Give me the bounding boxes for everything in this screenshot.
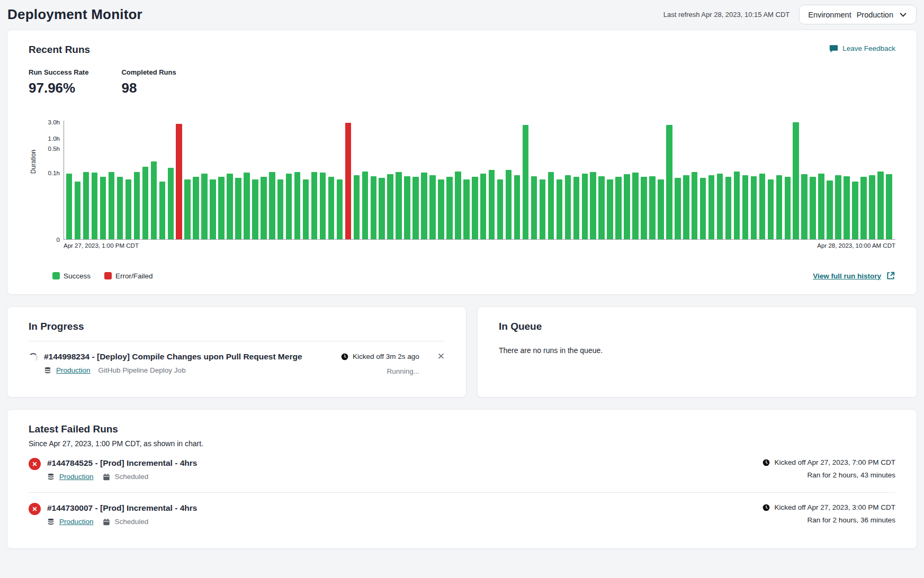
- success-run-bar[interactable]: [700, 178, 706, 239]
- success-run-bar[interactable]: [598, 176, 604, 239]
- success-run-bar[interactable]: [151, 161, 157, 239]
- success-run-bar[interactable]: [531, 176, 537, 239]
- success-run-bar[interactable]: [252, 179, 258, 240]
- success-run-bar[interactable]: [362, 171, 368, 239]
- success-run-bar[interactable]: [869, 175, 875, 239]
- success-run-bar[interactable]: [261, 177, 266, 239]
- success-run-bar[interactable]: [658, 179, 663, 240]
- success-run-bar[interactable]: [852, 182, 858, 239]
- success-run-bar[interactable]: [320, 173, 326, 239]
- success-run-bar[interactable]: [269, 172, 275, 239]
- success-run-bar[interactable]: [286, 174, 292, 239]
- success-run-bar[interactable]: [675, 178, 680, 239]
- success-run-bar[interactable]: [725, 177, 731, 239]
- success-run-bar[interactable]: [734, 171, 740, 239]
- success-run-bar[interactable]: [877, 171, 883, 239]
- success-run-bar[interactable]: [844, 176, 849, 239]
- success-run-bar[interactable]: [455, 171, 461, 239]
- success-run-bar[interactable]: [446, 177, 452, 239]
- success-run-bar[interactable]: [768, 179, 774, 240]
- success-run-bar[interactable]: [818, 174, 824, 239]
- success-run-bar[interactable]: [582, 174, 588, 239]
- success-run-bar[interactable]: [523, 125, 528, 239]
- success-run-bar[interactable]: [506, 170, 512, 239]
- run-duration-plot[interactable]: [64, 121, 895, 240]
- success-run-bar[interactable]: [607, 179, 613, 240]
- success-run-bar[interactable]: [827, 180, 832, 239]
- success-run-bar[interactable]: [387, 174, 393, 239]
- success-run-bar[interactable]: [193, 177, 199, 239]
- success-run-bar[interactable]: [632, 173, 638, 239]
- success-run-bar[interactable]: [860, 177, 866, 239]
- success-run-bar[interactable]: [371, 176, 376, 239]
- success-run-bar[interactable]: [109, 172, 114, 239]
- environment-tag-link[interactable]: Production: [59, 473, 94, 481]
- success-run-bar[interactable]: [168, 168, 174, 239]
- success-run-bar[interactable]: [117, 177, 123, 239]
- success-run-bar[interactable]: [548, 172, 554, 239]
- success-run-bar[interactable]: [379, 178, 384, 239]
- success-run-bar[interactable]: [184, 179, 190, 240]
- success-run-bar[interactable]: [201, 174, 207, 239]
- success-run-bar[interactable]: [438, 179, 444, 240]
- success-run-bar[interactable]: [590, 172, 596, 239]
- success-run-bar[interactable]: [683, 175, 689, 239]
- success-run-bar[interactable]: [354, 175, 360, 239]
- success-run-bar[interactable]: [565, 175, 571, 239]
- environment-tag-link[interactable]: Production: [59, 518, 94, 526]
- success-run-bar[interactable]: [717, 174, 723, 239]
- failed-run-bar[interactable]: [176, 124, 182, 239]
- environment-tag-link[interactable]: Production: [56, 366, 91, 374]
- success-run-bar[interactable]: [159, 182, 165, 239]
- success-run-bar[interactable]: [785, 177, 791, 239]
- success-run-bar[interactable]: [615, 177, 621, 239]
- success-run-bar[interactable]: [244, 173, 249, 239]
- success-run-bar[interactable]: [692, 172, 697, 239]
- success-run-bar[interactable]: [497, 179, 503, 240]
- success-run-bar[interactable]: [328, 177, 334, 239]
- success-run-bar[interactable]: [218, 177, 224, 239]
- success-run-bar[interactable]: [708, 175, 714, 239]
- failed-run-bar[interactable]: [345, 123, 351, 239]
- success-run-bar[interactable]: [412, 177, 418, 239]
- success-run-bar[interactable]: [66, 174, 72, 239]
- success-run-bar[interactable]: [227, 174, 232, 239]
- success-run-bar[interactable]: [801, 174, 807, 239]
- success-run-bar[interactable]: [573, 177, 579, 239]
- success-run-bar[interactable]: [540, 179, 545, 240]
- success-run-bar[interactable]: [396, 172, 401, 239]
- success-run-bar[interactable]: [100, 177, 106, 239]
- success-run-bar[interactable]: [489, 170, 495, 239]
- success-run-bar[interactable]: [835, 175, 841, 239]
- success-run-bar[interactable]: [134, 172, 140, 239]
- success-run-bar[interactable]: [649, 176, 655, 239]
- success-run-bar[interactable]: [666, 125, 672, 239]
- success-run-bar[interactable]: [751, 176, 757, 239]
- success-run-bar[interactable]: [557, 179, 562, 240]
- success-run-bar[interactable]: [421, 173, 427, 239]
- success-run-bar[interactable]: [404, 176, 410, 239]
- environment-dropdown[interactable]: Environment Production: [799, 5, 917, 24]
- success-run-bar[interactable]: [142, 167, 148, 239]
- success-run-bar[interactable]: [294, 172, 300, 239]
- success-run-bar[interactable]: [472, 177, 478, 239]
- success-run-bar[interactable]: [759, 174, 765, 239]
- success-run-bar[interactable]: [235, 178, 241, 239]
- success-run-bar[interactable]: [480, 174, 486, 239]
- success-run-bar[interactable]: [776, 175, 782, 239]
- success-run-bar[interactable]: [303, 179, 309, 240]
- success-run-bar[interactable]: [337, 179, 343, 240]
- success-run-bar[interactable]: [75, 182, 80, 239]
- success-run-bar[interactable]: [886, 174, 892, 239]
- success-run-bar[interactable]: [793, 122, 799, 239]
- success-run-bar[interactable]: [624, 174, 630, 239]
- success-run-bar[interactable]: [125, 179, 131, 240]
- success-run-bar[interactable]: [742, 175, 748, 239]
- success-run-bar[interactable]: [641, 177, 647, 239]
- success-run-bar[interactable]: [311, 172, 317, 239]
- leave-feedback-link[interactable]: Leave Feedback: [829, 44, 895, 53]
- success-run-bar[interactable]: [277, 179, 283, 240]
- success-run-bar[interactable]: [83, 172, 89, 239]
- close-icon[interactable]: ✕: [437, 352, 445, 361]
- success-run-bar[interactable]: [210, 179, 216, 240]
